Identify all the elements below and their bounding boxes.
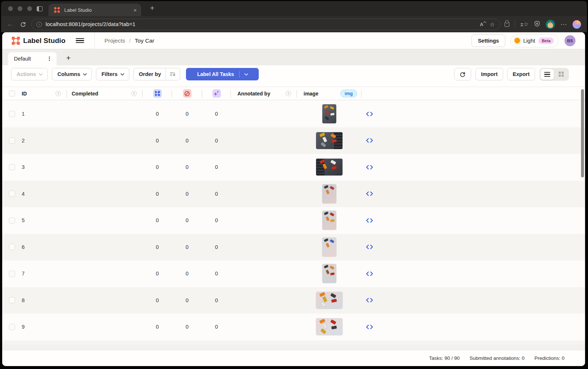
read-aloud-icon[interactable]: [480, 22, 486, 27]
row-checkbox[interactable]: [9, 164, 15, 170]
window-close-button[interactable]: [8, 6, 13, 11]
row-image-thumbnail[interactable]: [316, 132, 343, 149]
theme-label: Light: [523, 37, 535, 44]
task-source-icon[interactable]: [366, 298, 373, 303]
url-text[interactable]: localhost:8081/projects/2/data?tab=1: [46, 21, 476, 27]
task-source-icon[interactable]: [366, 325, 373, 329]
row-annotations-count: 0: [143, 101, 172, 127]
chevron-down-icon: [83, 72, 87, 76]
export-button[interactable]: Export: [507, 68, 535, 80]
task-source-icon[interactable]: [366, 112, 373, 116]
select-all-checkbox[interactable]: [9, 90, 15, 97]
browser-menu-icon[interactable]: [560, 21, 567, 28]
row-image-thumbnail[interactable]: [322, 104, 336, 123]
row-image-thumbnail[interactable]: [322, 238, 336, 257]
row-image-thumbnail[interactable]: [322, 264, 336, 283]
toolbar-divider: [515, 21, 515, 28]
row-checkbox[interactable]: [9, 244, 15, 250]
breadcrumb-projects-link[interactable]: Projects: [104, 37, 125, 44]
window-zoom-button[interactable]: [27, 6, 32, 11]
table-row[interactable]: 6 0 0 0: [2, 234, 585, 261]
address-bar[interactable]: localhost:8081/projects/2/data?tab=1: [31, 19, 500, 30]
row-checkbox[interactable]: [9, 324, 15, 330]
annotations-column-icon[interactable]: [153, 89, 162, 98]
table-row[interactable]: 1 0 0 0: [2, 101, 585, 127]
user-avatar[interactable]: BS: [564, 35, 576, 46]
task-source-icon[interactable]: [366, 271, 373, 276]
row-annotations-count: 0: [143, 127, 172, 154]
order-by-dropdown[interactable]: Order by: [133, 68, 180, 80]
label-studio-logo-icon[interactable]: [12, 37, 20, 45]
row-image-thumbnail[interactable]: [322, 184, 336, 203]
bookmark-star-icon[interactable]: [490, 21, 495, 28]
copilot-icon[interactable]: [573, 20, 581, 29]
favorites-hub-icon[interactable]: [521, 21, 528, 28]
sort-order-icon[interactable]: [166, 72, 180, 77]
help-icon[interactable]: [286, 91, 291, 96]
filters-dropdown[interactable]: Filters: [96, 68, 129, 80]
task-source-icon[interactable]: [366, 218, 373, 223]
column-header-completed[interactable]: Completed: [72, 91, 98, 97]
table-row[interactable]: 9 0 0 0: [2, 314, 585, 340]
row-image-thumbnail[interactable]: [316, 318, 343, 335]
help-icon[interactable]: [55, 91, 61, 96]
add-view-tab-button[interactable]: [66, 54, 71, 62]
task-source-icon[interactable]: [366, 191, 373, 196]
theme-toggle[interactable]: Light Beta: [510, 34, 559, 47]
horizontal-scrollbar-track[interactable]: [2, 344, 585, 350]
list-view-button[interactable]: [541, 69, 554, 80]
reload-icon[interactable]: [20, 21, 26, 28]
browser-tab[interactable]: Label Studio: [49, 4, 141, 16]
table-row[interactable]: 3 0 0 0: [2, 154, 585, 181]
import-button[interactable]: Import: [476, 68, 503, 80]
help-icon[interactable]: [131, 91, 137, 96]
column-header-id[interactable]: ID: [22, 91, 27, 97]
row-checkbox[interactable]: [9, 271, 15, 277]
row-id: 7: [18, 260, 67, 287]
table-row[interactable]: 8 0 0 0: [2, 287, 585, 314]
sidebar-toggle-icon[interactable]: [37, 6, 43, 11]
row-checkbox[interactable]: [9, 297, 15, 303]
view-tab-default[interactable]: Default: [8, 52, 57, 65]
row-checkbox[interactable]: [9, 137, 15, 144]
row-annotated-by: [231, 207, 297, 234]
back-icon[interactable]: [7, 21, 13, 28]
task-source-icon[interactable]: [366, 245, 373, 249]
task-source-icon[interactable]: [366, 165, 373, 170]
row-completed: [67, 101, 143, 127]
table-row[interactable]: [2, 340, 585, 345]
browser-profile-avatar[interactable]: [546, 20, 555, 29]
row-checkbox[interactable]: [9, 111, 15, 117]
columns-dropdown[interactable]: Columns: [52, 68, 92, 80]
new-tab-button[interactable]: [150, 4, 154, 12]
table-row[interactable]: 2 0 0 0: [2, 127, 585, 154]
table-row[interactable]: 5 0 0 0: [2, 207, 585, 234]
hamburger-menu-icon[interactable]: [76, 38, 84, 43]
window-minimize-button[interactable]: [18, 6, 22, 11]
label-all-tasks-button[interactable]: Label All Tasks: [186, 68, 259, 80]
chevron-down-icon[interactable]: [244, 72, 248, 76]
tab-close-icon[interactable]: [133, 7, 137, 13]
tab-options-kebab-icon[interactable]: [47, 55, 52, 62]
actions-dropdown[interactable]: Actions: [11, 68, 48, 80]
tracking-shield-icon[interactable]: [534, 21, 540, 28]
row-image-thumbnail[interactable]: [322, 211, 336, 230]
column-header-image[interactable]: image: [304, 91, 318, 97]
vertical-scrollbar-thumb[interactable]: [581, 89, 584, 177]
table-row[interactable]: 7 0 0 0: [2, 260, 585, 287]
settings-button[interactable]: Settings: [472, 35, 505, 47]
column-header-annotated-by[interactable]: Annotated by: [237, 91, 270, 97]
row-image-thumbnail[interactable]: [316, 159, 343, 176]
cancelled-annotations-column-icon[interactable]: [183, 89, 191, 98]
extensions-icon[interactable]: [505, 22, 509, 27]
refresh-button[interactable]: [454, 68, 471, 80]
predictions-column-icon[interactable]: [212, 89, 221, 98]
table-row[interactable]: 4 0 0 0: [2, 181, 585, 207]
row-cancelled-count: 0: [172, 101, 202, 127]
row-checkbox[interactable]: [9, 217, 15, 224]
task-source-icon[interactable]: [366, 138, 373, 143]
site-info-icon[interactable]: [36, 22, 42, 27]
row-checkbox[interactable]: [9, 191, 15, 197]
grid-view-button[interactable]: [555, 69, 568, 80]
row-image-thumbnail[interactable]: [316, 292, 343, 309]
